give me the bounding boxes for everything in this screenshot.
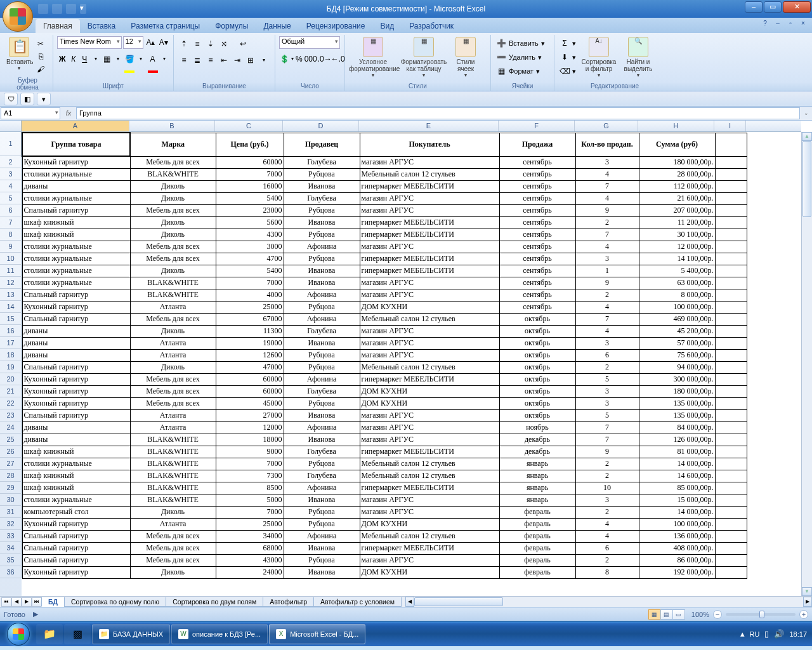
cell[interactable]: 68000 — [216, 542, 284, 554]
cell[interactable]: декабрь — [499, 446, 575, 458]
cell[interactable]: Афонина — [284, 421, 360, 434]
cell[interactable]: октябрь — [499, 313, 575, 325]
header-cell[interactable]: Группа товара — [22, 133, 130, 156]
cell[interactable]: 300 000,00р. — [639, 373, 715, 385]
cell[interactable]: Голубева — [284, 192, 360, 204]
cell[interactable]: Рубцова — [284, 168, 360, 180]
cell[interactable]: 4 — [575, 301, 639, 313]
cell[interactable]: сентябрь — [499, 180, 575, 192]
hscroll-thumb[interactable] — [414, 597, 503, 606]
row-header-20[interactable]: 20 — [0, 373, 22, 385]
cell[interactable]: магазин АРГУС — [360, 506, 499, 518]
cell[interactable]: Рубцова — [284, 229, 360, 241]
cell[interactable]: 100 000,00р. — [639, 301, 715, 313]
row-header-5[interactable]: 5 — [0, 192, 22, 204]
border-button[interactable]: ▦ — [102, 53, 112, 65]
cell[interactable]: ноябрь — [499, 421, 575, 434]
cell[interactable] — [715, 301, 747, 313]
cell[interactable]: Афонина — [284, 530, 360, 542]
cell[interactable]: шкаф книжный — [22, 229, 130, 241]
cell[interactable] — [715, 385, 747, 397]
cell[interactable]: 8500 — [216, 482, 284, 494]
autosum-button[interactable]: Σ▾ — [558, 36, 577, 50]
cell[interactable]: Кухонный гарнитур — [22, 566, 130, 578]
cell[interactable]: 3 — [575, 156, 639, 168]
cell[interactable]: магазин АРГУС — [360, 494, 499, 506]
increase-decimal-icon[interactable]: .0→ — [317, 53, 330, 65]
undo-icon[interactable] — [52, 4, 62, 14]
cell[interactable]: Диколь — [130, 361, 216, 373]
delete-cells-button[interactable]: ➖Удалить ▾ — [495, 50, 546, 64]
align-center-icon[interactable]: ≣ — [191, 54, 204, 67]
cell[interactable]: 5 — [575, 373, 639, 385]
cell[interactable]: 2 — [575, 289, 639, 301]
format-as-table-button[interactable]: ▦Форматировать как таблицу▾ — [400, 36, 448, 78]
row-header-15[interactable]: 15 — [0, 313, 22, 325]
cell[interactable] — [715, 542, 747, 554]
cell[interactable]: Рубцова — [284, 253, 360, 265]
tray-expand-icon[interactable]: ▴ — [740, 629, 745, 639]
sheet-tab[interactable]: Сортировка по одному полю — [64, 597, 166, 607]
cell[interactable]: 85 000,00р. — [639, 482, 715, 494]
cell[interactable]: Рубцова — [284, 204, 360, 216]
cell[interactable]: 180 000,00р. — [639, 385, 715, 397]
row-header-21[interactable]: 21 — [0, 385, 22, 397]
row-header-8[interactable]: 8 — [0, 229, 22, 241]
cell[interactable]: гипермаркет МЕБЕЛЬСИТИ — [360, 542, 499, 554]
indent-increase-icon[interactable]: ⇥ — [231, 54, 244, 67]
cell[interactable]: Голубева — [284, 385, 360, 397]
cell[interactable]: 86 000,00р. — [639, 554, 715, 566]
ribbon-tab-5[interactable]: Рецензирование — [299, 19, 373, 33]
cell[interactable]: магазин АРГУС — [360, 325, 499, 337]
cell[interactable] — [715, 397, 747, 409]
copy-icon[interactable]: ⎘ — [34, 50, 47, 63]
cell[interactable]: 45 200,00р. — [639, 325, 715, 337]
volume-icon[interactable]: 🔊 — [774, 629, 784, 639]
start-button[interactable] — [1, 621, 36, 647]
col-header-G[interactable]: G — [575, 121, 638, 131]
prev-sheet-icon[interactable]: ◀ — [11, 597, 22, 607]
ribbon-tab-0[interactable]: Главная — [36, 19, 80, 33]
vertical-scrollbar[interactable]: ▲ ▼ — [801, 132, 812, 596]
sheet-tab[interactable]: Автофильтр — [263, 597, 314, 607]
cell[interactable]: 16000 — [216, 180, 284, 192]
cell[interactable]: 25000 — [216, 301, 284, 313]
cell[interactable]: 25000 — [216, 518, 284, 530]
cell[interactable]: 43000 — [216, 554, 284, 566]
cell[interactable]: Голубева — [284, 156, 360, 168]
cell[interactable] — [715, 446, 747, 458]
font-size-combo[interactable]: 12 — [123, 36, 144, 49]
cell[interactable] — [715, 530, 747, 542]
cell[interactable]: 3 — [575, 397, 639, 409]
cell[interactable]: 6 — [575, 542, 639, 554]
cell[interactable]: 5 400,00р. — [639, 265, 715, 277]
cell[interactable]: BLAK&WHITE — [130, 470, 216, 482]
cell[interactable] — [715, 168, 747, 180]
cell[interactable]: 4 — [575, 518, 639, 530]
help-icon[interactable]: ? — [760, 20, 770, 29]
cell[interactable]: 7000 — [216, 506, 284, 518]
cell[interactable]: Спальный гарнитур — [22, 409, 130, 421]
cell[interactable]: 11 200,00р. — [639, 216, 715, 229]
orientation-icon[interactable]: ⤭ — [218, 37, 230, 50]
cell[interactable]: Рубцова — [284, 506, 360, 518]
cell[interactable]: 8 000,00р. — [639, 289, 715, 301]
number-format-combo[interactable]: Общий — [279, 36, 340, 49]
cell[interactable]: Мебель для всех — [130, 530, 216, 542]
cell[interactable]: 408 000,00р. — [639, 542, 715, 554]
row-header-3[interactable]: 3 — [0, 168, 22, 180]
macro-record-icon[interactable]: ▶ — [33, 610, 38, 618]
cell[interactable]: 27000 — [216, 409, 284, 421]
cell[interactable]: Афонина — [284, 313, 360, 325]
cell[interactable]: Иванова — [284, 216, 360, 229]
cell[interactable]: ДОМ КУХНИ — [360, 566, 499, 578]
cell[interactable]: магазин АРГУС — [360, 409, 499, 421]
cell[interactable]: магазин АРГУС — [360, 421, 499, 434]
cell[interactable]: магазин АРГУС — [360, 192, 499, 204]
cell[interactable]: 57 000,00р. — [639, 337, 715, 349]
cell[interactable]: 5 — [575, 409, 639, 421]
scroll-right-icon[interactable]: ▶ — [803, 597, 812, 607]
cell[interactable]: Спальный гарнитур — [22, 361, 130, 373]
cell[interactable]: 7 — [575, 229, 639, 241]
header-cell[interactable]: Марка — [130, 133, 216, 156]
